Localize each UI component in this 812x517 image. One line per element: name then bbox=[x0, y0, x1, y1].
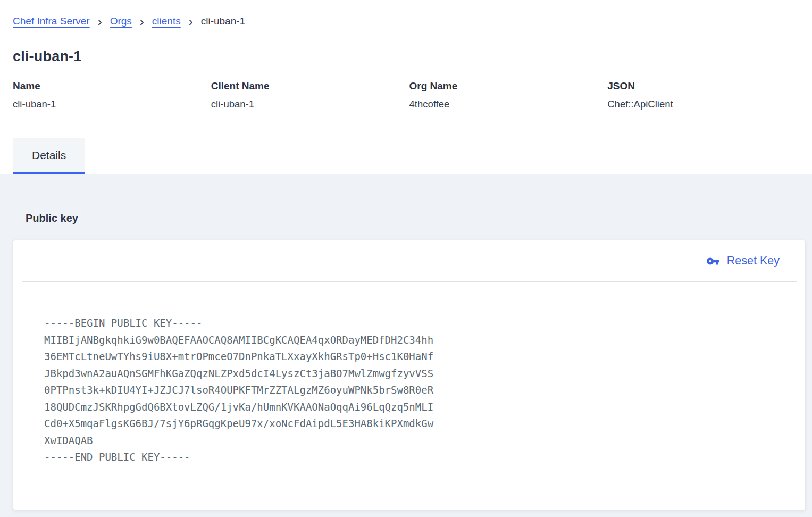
key-icon bbox=[706, 254, 720, 268]
public-key-text: -----BEGIN PUBLIC KEY----- MIIBIjANBgkqh… bbox=[13, 282, 805, 466]
reset-key-button[interactable]: Reset Key bbox=[706, 254, 780, 268]
field-label: JSON bbox=[607, 80, 806, 92]
chevron-right-icon: › bbox=[98, 16, 102, 27]
page-title: cli-uban-1 bbox=[13, 48, 799, 65]
field-label: Client Name bbox=[211, 80, 409, 92]
card-toolbar: Reset Key bbox=[13, 240, 805, 281]
chevron-right-icon: › bbox=[140, 16, 144, 27]
summary-field-client-name: Client Name cli-uban-1 bbox=[211, 80, 409, 110]
summary-field-name: Name cli-uban-1 bbox=[13, 80, 211, 110]
summary-field-org-name: Org Name 4thcoffee bbox=[409, 80, 608, 110]
breadcrumb-current-item: cli-uban-1 bbox=[201, 15, 245, 27]
field-label: Name bbox=[13, 80, 211, 92]
summary-field-json: JSON Chef::ApiClient bbox=[607, 80, 806, 110]
details-section: Public key Reset Key -----BEGIN PUBLIC K… bbox=[0, 174, 812, 517]
chevron-right-icon: › bbox=[189, 16, 193, 27]
breadcrumb-link-chef-infra-server[interactable]: Chef Infra Server bbox=[13, 15, 90, 27]
client-details-page: Chef Infra Server › Orgs › clients › cli… bbox=[0, 0, 812, 517]
reset-key-label: Reset Key bbox=[727, 254, 780, 268]
field-value: cli-uban-1 bbox=[13, 98, 211, 110]
field-label: Org Name bbox=[409, 80, 608, 92]
field-value: Chef::ApiClient bbox=[607, 98, 806, 110]
public-key-card: Reset Key -----BEGIN PUBLIC KEY----- MII… bbox=[13, 240, 806, 510]
tab-details[interactable]: Details bbox=[13, 138, 85, 174]
public-key-heading: Public key bbox=[0, 174, 812, 224]
field-value: cli-uban-1 bbox=[211, 98, 409, 110]
field-value: 4thcoffee bbox=[409, 98, 608, 110]
breadcrumb: Chef Infra Server › Orgs › clients › cli… bbox=[0, 0, 812, 27]
tab-bar: Details bbox=[0, 138, 812, 174]
client-summary: Name cli-uban-1 Client Name cli-uban-1 O… bbox=[13, 80, 806, 110]
breadcrumb-link-orgs[interactable]: Orgs bbox=[110, 15, 132, 27]
breadcrumb-link-clients[interactable]: clients bbox=[152, 15, 181, 27]
